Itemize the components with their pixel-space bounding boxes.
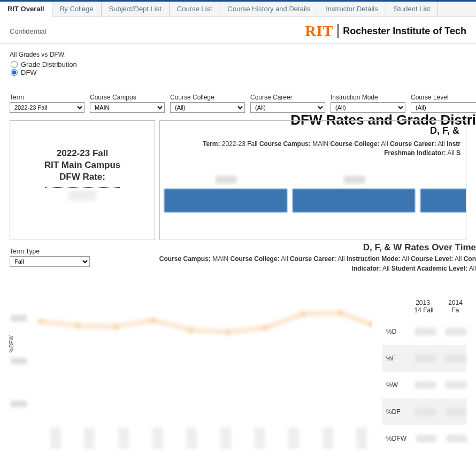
bar-chart [164,176,466,225]
distribution-title: D, F, & [165,125,460,136]
row-d-label: %D [382,328,405,335]
tab-subject-dept[interactable]: Subject/Dept List [102,2,170,17]
row-dfw-label: %DFW [382,435,406,442]
overtime-subtitle: Course Campus: MAIN Course College: All … [159,254,476,273]
term-type-select[interactable]: Fall [10,256,90,267]
logo-divider [337,24,339,38]
overtime-title: D, F, & W Rates Over Time [363,242,476,253]
distribution-subtitle: Term: 2022-23 Fall Course Campus: MAIN C… [165,140,460,158]
filter-campus-label: Course Campus [90,94,165,101]
filter-mode-label: Instruction Mode [331,94,405,101]
table-header-2013: 2013-14 Fall [413,299,435,314]
summary-value-redacted [68,190,96,201]
filter-campus-select[interactable]: MAIN [90,102,165,113]
bar-1 [164,189,287,212]
radio-dfw-label: DFW [21,68,37,76]
rit-logo-full: Rochester Institute of Tech [343,26,466,37]
radio-group: All Grades vs DFW: Grade Distribution DF… [0,43,476,80]
tab-rit-overall[interactable]: RIT Overall [0,2,52,17]
rit-logo-short: RIT [305,22,334,40]
bar-2 [293,189,416,212]
radio-grade-dist-label: Grade Distribution [21,60,77,68]
tab-student-list[interactable]: Student List [386,2,439,17]
rit-logo: RIT Rochester Institute of Tech [305,22,467,40]
bar-3 [420,189,466,212]
filter-college-label: Course College [170,94,245,101]
svg-point-3 [151,318,155,323]
tab-by-college[interactable]: By College [52,2,102,17]
filter-term-label: Term [10,94,85,101]
svg-point-7 [301,312,305,316]
tab-course-history[interactable]: Course History and Details [220,2,319,17]
row-f-label: %F [382,355,405,362]
row-df-label: %DF [382,408,405,416]
radio-grade-dist[interactable] [11,61,18,68]
distribution-panel: D, F, & Term: 2022-23 Fall Course Campus… [159,120,466,240]
confidential-label: Confidential [10,27,47,35]
svg-point-8 [338,311,342,315]
table-header-2014: 2014 Fa [444,299,466,314]
tab-course-list[interactable]: Course List [170,2,220,17]
tab-instructor[interactable]: Instructor Details [318,2,386,17]
filter-college-select[interactable]: (All) [170,102,245,113]
filter-career-select[interactable]: (All) [250,102,325,113]
filter-term-select[interactable]: 2022-23 Fall [10,102,85,113]
svg-point-4 [188,328,193,332]
filter-level-select[interactable]: (All) [411,102,476,113]
filter-mode-select[interactable]: (All) [331,102,405,113]
filter-career-label: Course Career [250,94,325,101]
svg-point-0 [39,319,43,324]
term-type-label: Term Type [10,248,90,255]
radio-group-label: All Grades vs DFW: [10,51,466,58]
svg-point-6 [263,326,267,330]
row-w-label: %W [382,381,405,389]
svg-point-2 [113,325,118,329]
summary-line2: RIT Main Campus [19,159,146,171]
header-row: Confidential RIT Rochester Institute of … [0,17,476,43]
summary-panel: 2022-23 Fall RIT Main Campus DFW Rate: [10,120,155,240]
filter-level-label: Course Level [411,94,476,101]
y-axis-label: %DFW [9,335,14,352]
rates-table: 2013-14 Fall 2014 Fa %D %F %W %DF %DFW [382,299,466,452]
line-chart: %DFW [10,299,379,449]
radio-dfw[interactable] [11,69,18,76]
summary-line1: 2022-23 Fall [19,148,146,159]
svg-point-1 [76,324,80,328]
svg-point-5 [226,330,230,334]
tab-bar: RIT Overall By College Subject/Dept List… [0,2,476,17]
summary-line3: DFW Rate: [19,171,146,183]
